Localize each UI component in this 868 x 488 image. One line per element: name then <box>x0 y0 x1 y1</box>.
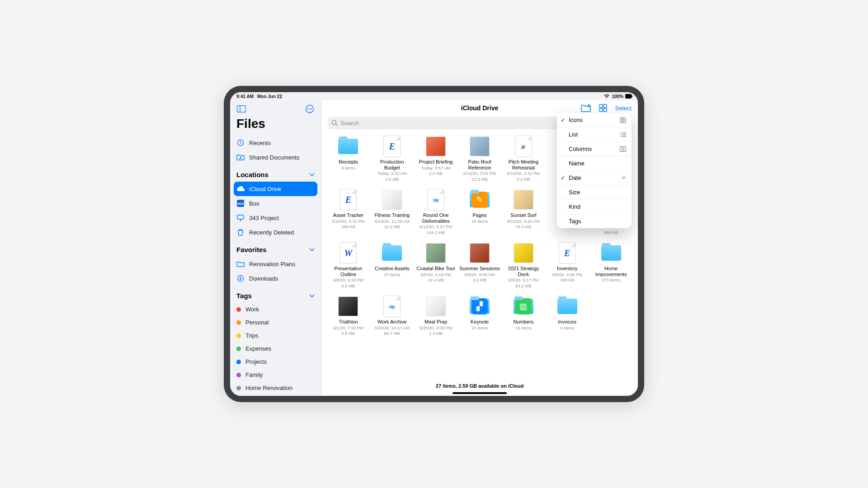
sidebar-section-head[interactable]: Favorites <box>230 239 321 257</box>
file-item[interactable]: ✎ Pages 24 items <box>459 189 500 235</box>
wifi-icon <box>604 94 610 99</box>
popover-item-label: List <box>569 131 578 138</box>
svg-point-7 <box>240 157 241 158</box>
sidebar-section-head[interactable]: Locations <box>230 164 321 182</box>
sidebar-item-tags-5[interactable]: Family <box>230 368 321 381</box>
file-item[interactable]: E Inventory 6/5/20, 4:58 PM 198 KB <box>547 242 588 288</box>
file-item[interactable]: Meal Prep 5/25/20, 8:39 PM 1.4 MB <box>415 296 457 336</box>
svg-point-22 <box>620 132 621 133</box>
file-name: Project Briefing <box>419 159 453 165</box>
svg-rect-12 <box>604 104 607 108</box>
popover-sort-tags[interactable]: Tags <box>557 214 632 228</box>
file-meta: 54.2 MB <box>515 283 531 288</box>
search-placeholder: Search <box>340 120 359 127</box>
status-bar: 9:41 AM Mon Jun 22 100% <box>230 92 638 100</box>
file-name: Pages <box>472 212 486 218</box>
home-indicator <box>453 392 507 394</box>
sidebar-item-label: Recently Deleted <box>249 229 294 236</box>
chevron-down-icon <box>622 176 626 179</box>
file-item[interactable]: Creative Assets 23 items <box>372 242 413 288</box>
file-name: Round One Deliverables <box>415 212 456 224</box>
file-meta: 8 items <box>560 325 574 330</box>
file-item[interactable]: Sunset Surf 6/10/20, 8:24 PM 75.4 MB <box>503 189 544 235</box>
file-meta: 68.7 MB <box>384 331 400 336</box>
check-icon: ✓ <box>561 175 565 181</box>
file-item[interactable]: 🔊 Pitch Meeting Rehearsal 6/19/20, 3:42 … <box>503 136 544 182</box>
sidebar-item-tags-6[interactable]: Home Renovation <box>230 381 321 394</box>
file-item[interactable]: W Presentation Outline 6/8/20, 4:19 PM 9… <box>328 242 369 288</box>
app-icon: ▞ <box>472 298 488 314</box>
sidebar-item-locations-2[interactable]: 343 Project <box>230 211 321 225</box>
svg-rect-13 <box>599 108 603 112</box>
popover-sort-name[interactable]: Name <box>557 156 632 171</box>
sidebar-item-locations-3[interactable]: Recently Deleted <box>230 225 321 239</box>
image-thumb <box>382 190 402 210</box>
file-name: Work Archive <box>377 319 407 325</box>
svg-rect-0 <box>237 106 246 113</box>
sidebar-item-tags-3[interactable]: Expenses <box>230 342 321 355</box>
sidebar-section-head[interactable]: Tags <box>230 286 321 303</box>
sidebar-item-locations-1[interactable]: box Box <box>230 196 321 211</box>
sidebar-item-tags-2[interactable]: Trips <box>230 329 321 342</box>
view-mode-icon[interactable] <box>598 103 608 113</box>
file-name: Summer Sessions <box>459 266 500 272</box>
sidebar-item-favorites-1[interactable]: Downloads <box>230 271 321 286</box>
sidebar-item-tags-4[interactable]: Projects <box>230 355 321 368</box>
document-icon: 🔊 <box>515 136 532 157</box>
sidebar-item-label: Recents <box>249 140 271 146</box>
file-item[interactable]: Coastal Bike Tour 6/8/20, 4:19 PM 42.4 M… <box>415 242 457 288</box>
clock-icon <box>236 139 245 147</box>
section-title: Favorites <box>236 246 267 253</box>
sidebar-item-tags-0[interactable]: Work <box>230 303 321 316</box>
sidebar-quick-0[interactable]: Recents <box>230 136 321 150</box>
sidebar-item-locations-0[interactable]: iCloud Drive <box>234 182 317 196</box>
file-item[interactable]: Home Improvements 273 items <box>590 242 632 288</box>
popover-sort-date[interactable]: ✓ Date <box>557 171 632 185</box>
tag-dot-icon <box>236 386 241 390</box>
file-item[interactable]: E Asset Tracker 6/14/20, 4:31 PM 296 KB <box>328 189 369 235</box>
file-item[interactable]: ▞ Keynote 37 items <box>459 296 500 336</box>
file-item[interactable]: Receipts 8 items <box>328 136 369 182</box>
file-item[interactable]: 2021 Strategy Deck 6/5/20, 5:17 PM 54.2 … <box>503 242 544 288</box>
file-item[interactable]: zip Round One Deliverables 6/12/20, 5:57… <box>415 189 457 235</box>
file-item[interactable]: Summer Sessions 6/6/20, 9:06 AM 2.6 MB <box>459 242 500 288</box>
main-pane: iCloud Drive Select <box>321 100 638 396</box>
sidebar-item-favorites-0[interactable]: Renovation Plans <box>230 257 321 271</box>
file-item[interactable]: Invoices 8 items <box>547 296 588 336</box>
file-item[interactable]: Fitness Training 6/14/20, 11:29 AM 12.9 … <box>372 189 413 235</box>
section-title: Locations <box>236 171 269 178</box>
file-meta: 5.8 MB <box>341 331 355 336</box>
svg-rect-21 <box>623 121 626 123</box>
new-folder-icon[interactable] <box>581 103 591 113</box>
file-item[interactable]: zip Work Archive 5/29/20, 10:27 AM 68.7 … <box>372 296 413 336</box>
image-thumb <box>426 243 446 263</box>
sidebar-toggle-icon[interactable] <box>236 104 246 114</box>
file-item[interactable]: Triathlon 6/1/20, 7:32 PM 5.8 MB <box>328 296 369 336</box>
file-meta: 42.4 MB <box>428 277 443 282</box>
file-name: Presentation Outline <box>328 266 368 277</box>
file-item[interactable]: Project Briefing Today, 8:57 AM 2.3 MB <box>415 136 457 182</box>
sidebar-item-label: Projects <box>245 358 267 365</box>
popover-view-list[interactable]: List <box>557 127 632 142</box>
folder-person-icon <box>236 153 245 161</box>
popover-item-label: Date <box>569 174 581 181</box>
sidebar-quick-1[interactable]: Shared Documents <box>230 150 321 164</box>
file-item[interactable]: ▥ Numbers 16 items <box>503 296 544 336</box>
file-name: Keynote <box>471 319 489 325</box>
file-name: 2021 Strategy Deck <box>503 266 544 277</box>
sidebar-item-tags-1[interactable]: Personal <box>230 316 321 329</box>
popover-sort-size[interactable]: Size <box>557 185 632 200</box>
sidebar-item-label: Box <box>249 200 259 207</box>
svg-rect-18 <box>620 117 623 120</box>
tag-dot-icon <box>236 373 241 377</box>
file-meta: 23 items <box>384 272 400 277</box>
popover-view-icons[interactable]: ✓ Icons <box>557 113 632 127</box>
popover-view-columns[interactable]: Columns <box>557 142 632 156</box>
popover-sort-kind[interactable]: Kind <box>557 200 632 214</box>
file-item[interactable]: Patio Roof Reference 6/19/20, 3:51 PM 13… <box>459 136 500 182</box>
battery-percent: 100% <box>612 94 623 99</box>
file-meta: 154.3 MB <box>427 230 445 235</box>
file-item[interactable]: E Production Budget Today, 9:32 AM 3.5 M… <box>372 136 413 182</box>
select-button[interactable]: Select <box>615 105 632 112</box>
more-icon[interactable] <box>305 104 315 114</box>
